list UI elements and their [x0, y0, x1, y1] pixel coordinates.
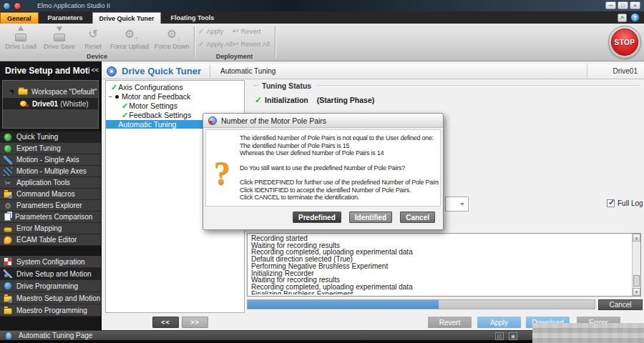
dialog-message: The identified Number of Pole Pairs is n…: [240, 134, 439, 204]
full-log-option[interactable]: Full Log: [607, 199, 643, 207]
tuning-log-panel: Recording started Waiting for recording …: [247, 233, 641, 297]
predefined-button[interactable]: Predefined: [293, 212, 341, 223]
collapse-node-icon[interactable]: −: [107, 93, 114, 101]
ecam-table-editor-icon: [4, 236, 12, 244]
next-page-button[interactable]: >>: [182, 317, 208, 328]
tree-item-motor-settings[interactable]: ✓ Motor Settings: [106, 101, 244, 110]
system-configuration-icon: [4, 257, 12, 266]
sidebar-nav-secondary: System Configuration Drive Setup and Mot…: [0, 256, 101, 317]
sidebar-item-parameters-comparison[interactable]: Parameters Comparison: [0, 212, 101, 223]
group-line: [253, 85, 258, 86]
workspace-node[interactable]: Workspace "Default": [3, 86, 98, 97]
progress-cancel-button[interactable]: Cancel: [598, 299, 643, 310]
log-scrollbar[interactable]: ▲ ▼: [632, 234, 640, 296]
apply-all-button[interactable]: ✓ Apply All: [198, 40, 233, 48]
tree-item-axis-configurations[interactable]: ✓ Axis Configurations: [106, 83, 244, 91]
tab-drive-quick-tuner[interactable]: Drive Quick Tuner: [92, 12, 162, 24]
status-bar-icons: ◱ ▣: [495, 332, 517, 340]
scroll-up-icon[interactable]: ▲: [633, 234, 640, 242]
tab-parameters[interactable]: Parameters: [42, 12, 89, 24]
identified-button[interactable]: Identified: [349, 212, 392, 223]
maestro-programming-icon: [4, 308, 12, 314]
apply-all-check-icon: ✓: [198, 40, 204, 48]
sidebar-item-drive-programming[interactable]: Drive Programming: [0, 280, 101, 292]
sidebar-item-maestro-programming[interactable]: Maestro Programming: [0, 304, 101, 317]
drive-save-button[interactable]: Drive Save: [40, 25, 79, 50]
stop-button[interactable]: STOP: [608, 26, 641, 59]
dialog-info-line: Whereas the User defined Number of Pole …: [240, 149, 439, 157]
log-filter-dropdown[interactable]: [445, 197, 469, 212]
revert-button[interactable]: ↩ Revert: [233, 27, 260, 35]
revert-footer-button[interactable]: Revert: [428, 317, 472, 328]
force-download-button[interactable]: ⚙↓ Force Down: [152, 25, 192, 50]
dialog-cancel-button[interactable]: Cancel: [400, 212, 435, 223]
sidebar-item-motion-multiple-axes[interactable]: Motion - Multiple Axes: [0, 166, 101, 177]
maximize-button[interactable]: □: [618, 1, 628, 9]
initialization-status: ✓ Initialization (Starting Phase): [255, 95, 374, 105]
sidebar-item-parameters-explorer[interactable]: ⚙ Parameters Explorer: [0, 200, 101, 212]
drive-quick-tuner-icon: [107, 66, 117, 76]
sidebar-item-quick-tuning[interactable]: Quick Tuning: [0, 131, 101, 143]
tab-floating-tools[interactable]: Floating Tools: [164, 12, 220, 24]
dialog-title-bar[interactable]: Number of the Motor Pole Pairs: [203, 114, 443, 128]
expert-tuning-icon: [4, 144, 12, 153]
previous-page-button[interactable]: <<: [152, 317, 179, 328]
apply-footer-button[interactable]: Apply: [477, 317, 521, 328]
sidebar-collapse-button[interactable]: <<: [89, 66, 99, 74]
sidebar-item-expert-tuning[interactable]: Expert Tuning: [0, 143, 101, 154]
sidebar-item-drive-setup-and-motion[interactable]: Drive Setup and Motion: [0, 268, 101, 280]
drive-load-button[interactable]: Drive Load: [1, 25, 40, 50]
tree-item-motor-and-feedback[interactable]: − Motor and Feedback: [106, 92, 244, 101]
parameters-comparison-icon: [4, 213, 11, 221]
drive-load-icon: [12, 25, 29, 42]
sidebar-item-system-configuration[interactable]: System Configuration: [0, 256, 101, 268]
motion-single-axis-icon: [4, 156, 12, 164]
force-download-icon: ⚙↓: [163, 25, 180, 42]
ribbon-tab-bar: General Parameters Drive Quick Tuner Flo…: [0, 11, 644, 24]
deployment-group-label: Deployment: [195, 53, 273, 60]
quick-tuning-icon: [4, 133, 12, 141]
tuning-status-group: Tuning Status: [253, 81, 640, 90]
full-log-label: Full Log: [618, 199, 643, 207]
drive-node[interactable]: Drive01 (Whistle): [3, 98, 98, 109]
apply-button[interactable]: ✓ Apply: [198, 27, 233, 35]
tab-automatic-tuning[interactable]: Automatic Tuning: [216, 67, 280, 75]
ribbon-toolbar: Drive Load Drive Save ↺ Reset ⚙↑ Force U…: [0, 24, 644, 61]
minimize-button[interactable]: ─: [605, 1, 616, 9]
full-log-checkbox[interactable]: [607, 199, 615, 207]
group-line: [316, 85, 640, 86]
restore-pane-icon[interactable]: ◱: [495, 332, 504, 340]
expander-icon[interactable]: [9, 90, 14, 94]
layout-grid-icon[interactable]: ▣: [509, 332, 517, 340]
help-button[interactable]: ?: [630, 13, 640, 22]
drive-programming-icon: [4, 282, 12, 290]
tab-general[interactable]: General: [0, 12, 39, 24]
title-bar: Elmo Application Studio II ─ □ ×: [0, 0, 644, 11]
check-icon: ✓: [111, 120, 117, 129]
workspace-folder-icon: [18, 89, 28, 95]
force-upload-button[interactable]: ⚙↑ Force Upload: [107, 25, 152, 50]
reset-button[interactable]: ↺ Reset: [79, 25, 107, 50]
scroll-down-icon[interactable]: ▼: [633, 288, 640, 296]
sidebar-item-command-macros[interactable]: Command Macros: [0, 189, 101, 200]
sidebar-item-error-mapping[interactable]: Error Mapping: [0, 223, 101, 234]
sidebar-item-application-tools[interactable]: ✂ Application Tools: [0, 177, 101, 189]
scrollbar-thumb[interactable]: [633, 275, 640, 287]
apply-check-icon: ✓: [198, 27, 204, 35]
dialog-info-line: The identified Number of Pole Pairs is n…: [240, 134, 439, 142]
check-icon: ✓: [255, 95, 262, 105]
sidebar-item-motion-single-axis[interactable]: Motion - Single Axis: [0, 154, 101, 166]
deployment-group: ✓ Apply ↩ Revert ✓ Apply All ↩ Revert Al…: [195, 24, 273, 61]
collapse-ribbon-button[interactable]: ^: [618, 14, 627, 22]
device-name-label: Drive01: [587, 64, 644, 79]
sidebar-item-maestro-setup-and-motion[interactable]: Maestro Setup and Motion: [0, 292, 101, 304]
header-separator: [210, 65, 210, 78]
close-button[interactable]: ×: [630, 1, 640, 9]
sidebar-item-ecam-table-editor[interactable]: ECAM Table Editor: [0, 234, 101, 246]
chevron-down-icon: [460, 203, 464, 206]
page-title: Drive Quick Tuner: [122, 66, 201, 76]
progress-fill: [248, 300, 439, 309]
revert-all-button[interactable]: ↩ Revert All: [233, 40, 270, 48]
motion-multiple-axes-icon: [4, 167, 12, 176]
bullet-icon: [115, 95, 119, 99]
